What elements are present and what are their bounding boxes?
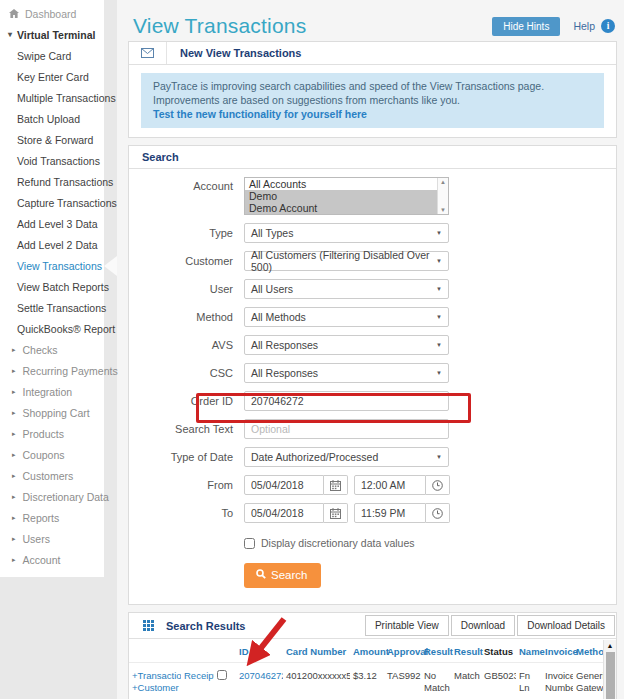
search-panel-title: Search bbox=[129, 151, 179, 163]
sidebar-item-add-level-3-data[interactable]: Add Level 3 Data bbox=[0, 213, 104, 234]
sidebar-item-settle-transactions[interactable]: Settle Transactions bbox=[0, 297, 104, 318]
sidebar-item-users[interactable]: ▸Users bbox=[0, 528, 104, 549]
clock-icon[interactable] bbox=[426, 503, 450, 523]
column-header-status[interactable]: Status bbox=[481, 646, 516, 657]
results-header: Search Results Printable ViewDownloadDow… bbox=[129, 613, 616, 639]
scroll-down-icon[interactable]: ▼ bbox=[440, 207, 446, 213]
column-header-name[interactable]: Name bbox=[516, 646, 542, 657]
account-option[interactable]: All Accounts bbox=[245, 178, 437, 190]
column-header-amount[interactable]: Amount bbox=[350, 646, 384, 657]
column-header-invoice[interactable]: Invoice bbox=[542, 646, 573, 657]
account-option[interactable]: Demo bbox=[245, 190, 437, 202]
sidebar-item-customers[interactable]: ▸Customers bbox=[0, 465, 104, 486]
sidebar-item-label: Capture Transactions bbox=[17, 197, 117, 209]
method-select-value: All Methods bbox=[251, 311, 306, 323]
sidebar-item-account[interactable]: ▸Account bbox=[0, 549, 104, 570]
download-details-button[interactable]: Download Details bbox=[517, 615, 615, 636]
sidebar-item-recurring-payments[interactable]: ▸Recurring Payments bbox=[0, 360, 104, 381]
sidebar-item-void-transactions[interactable]: Void Transactions bbox=[0, 150, 104, 171]
caret-right-icon: ▸ bbox=[12, 346, 16, 353]
sidebar-item-reports[interactable]: ▸Reports bbox=[0, 507, 104, 528]
table-row: +Transaction +Customer Receipt 207046272… bbox=[129, 663, 603, 694]
main-content: View Transactions Hide Hints Help i New … bbox=[117, 0, 624, 699]
results-scrollbar[interactable]: ▲ bbox=[603, 640, 616, 699]
clock-icon[interactable] bbox=[426, 475, 450, 495]
sidebar-item-add-level-2-data[interactable]: Add Level 2 Data bbox=[0, 234, 104, 255]
from-time-input[interactable] bbox=[354, 475, 426, 495]
sidebar-nav: Dashboard▾Virtual TerminalSwipe CardKey … bbox=[0, 0, 104, 577]
download-button[interactable]: Download bbox=[451, 615, 515, 636]
avs-row: AVS All Responses ▼ bbox=[129, 335, 616, 355]
column-header-result[interactable]: Result bbox=[451, 646, 481, 657]
sidebar-item-refund-transactions[interactable]: Refund Transactions bbox=[0, 171, 104, 192]
calendar-icon[interactable] bbox=[324, 503, 348, 523]
expand-customer-link[interactable]: +Customer bbox=[132, 682, 178, 694]
column-header-id[interactable]: ID bbox=[236, 646, 283, 657]
account-listbox[interactable]: All AccountsDemoDemo Account ▲ ▼ bbox=[244, 177, 449, 215]
expand-transaction-link[interactable]: +Transaction bbox=[132, 670, 178, 682]
help-link[interactable]: Help bbox=[573, 20, 595, 32]
type-of-date-select[interactable]: Date Authorized/Processed ▼ bbox=[244, 447, 449, 467]
sidebar-item-multiple-transactions[interactable]: Multiple Transactions bbox=[0, 87, 104, 108]
order-id-input[interactable] bbox=[244, 391, 449, 411]
type-select[interactable]: All Types ▼ bbox=[244, 223, 449, 243]
from-date-input[interactable] bbox=[244, 475, 324, 495]
sidebar-item-label: Store & Forward bbox=[17, 134, 93, 146]
avs-select[interactable]: All Responses ▼ bbox=[244, 335, 449, 355]
account-row: Account All AccountsDemoDemo Account ▲ ▼ bbox=[129, 177, 616, 215]
order-id-row: Order ID bbox=[129, 391, 616, 411]
calendar-icon[interactable] bbox=[324, 475, 348, 495]
sidebar-item-integration[interactable]: ▸Integration bbox=[0, 381, 104, 402]
caret-right-icon: ▸ bbox=[12, 430, 16, 437]
info-icon[interactable]: i bbox=[601, 19, 615, 33]
printable-view-button[interactable]: Printable View bbox=[365, 615, 449, 636]
customer-select[interactable]: All Customers (Filtering Disabled Over 5… bbox=[244, 251, 449, 271]
type-of-date-select-value: Date Authorized/Processed bbox=[251, 451, 378, 463]
sidebar-item-view-transactions[interactable]: View Transactions bbox=[0, 255, 104, 276]
to-date-input[interactable] bbox=[244, 503, 324, 523]
sidebar-item-shopping-cart[interactable]: ▸Shopping Cart bbox=[0, 402, 104, 423]
sidebar-item-key-enter-card[interactable]: Key Enter Card bbox=[0, 66, 104, 87]
sidebar-item-checks[interactable]: ▸Checks bbox=[0, 339, 104, 360]
sidebar-item-dashboard[interactable]: Dashboard bbox=[0, 3, 104, 24]
sidebar-item-coupons[interactable]: ▸Coupons bbox=[0, 444, 104, 465]
sidebar-item-swipe-card[interactable]: Swipe Card bbox=[0, 45, 104, 66]
results-toolbar: Printable ViewDownloadDownload Details bbox=[365, 615, 615, 636]
sidebar-item-discretionary-data[interactable]: ▸Discretionary Data bbox=[0, 486, 104, 507]
sidebar-item-view-batch-reports[interactable]: View Batch Reports bbox=[0, 276, 104, 297]
dropdown-caret-icon: ▼ bbox=[436, 342, 442, 348]
search-text-input[interactable] bbox=[244, 419, 449, 439]
receipt-link[interactable]: Receipt bbox=[184, 670, 214, 681]
page-header: View Transactions Hide Hints Help i bbox=[128, 0, 617, 41]
sidebar-item-quickbooks-report[interactable]: QuickBooks® Report bbox=[0, 318, 104, 339]
sidebar-item-capture-transactions[interactable]: Capture Transactions bbox=[0, 192, 104, 213]
scroll-up-icon[interactable]: ▲ bbox=[440, 179, 446, 185]
caret-right-icon: ▸ bbox=[12, 367, 16, 374]
hint-link[interactable]: Test the new functionality for yourself … bbox=[153, 107, 592, 121]
receipt-cell: Receipt bbox=[181, 663, 214, 694]
column-header-approval[interactable]: Approval bbox=[384, 646, 421, 657]
sidebar-item-batch-upload[interactable]: Batch Upload bbox=[0, 108, 104, 129]
scroll-up-icon[interactable]: ▲ bbox=[607, 642, 614, 649]
hint-panel-body: PayTrace is improving search capabilitie… bbox=[129, 65, 616, 137]
sidebar-item-store-forward[interactable]: Store & Forward bbox=[0, 129, 104, 150]
sidebar-item-products[interactable]: ▸Products bbox=[0, 423, 104, 444]
user-select[interactable]: All Users ▼ bbox=[244, 279, 449, 299]
method-select[interactable]: All Methods ▼ bbox=[244, 307, 449, 327]
row-checkbox[interactable] bbox=[217, 670, 227, 680]
transaction-id-link[interactable]: 207046272 bbox=[239, 670, 283, 681]
column-header-card-number[interactable]: Card Number bbox=[283, 646, 350, 657]
to-time-input[interactable] bbox=[354, 503, 426, 523]
scrollbar-thumb[interactable] bbox=[606, 652, 615, 699]
hide-hints-button[interactable]: Hide Hints bbox=[492, 17, 560, 36]
csc-select[interactable]: All Responses ▼ bbox=[244, 363, 449, 383]
search-button[interactable]: Search bbox=[244, 563, 321, 588]
csc-select-value: All Responses bbox=[251, 367, 318, 379]
account-listbox-scrollbar[interactable]: ▲ ▼ bbox=[437, 178, 448, 214]
account-option[interactable]: Demo Account bbox=[245, 202, 437, 214]
user-row: User All Users ▼ bbox=[129, 279, 616, 299]
column-header-result[interactable]: Result bbox=[421, 646, 451, 657]
sidebar-item-virtual-terminal[interactable]: ▾Virtual Terminal bbox=[0, 24, 104, 45]
results-panel: Search Results Printable ViewDownloadDow… bbox=[128, 612, 617, 699]
discretionary-checkbox[interactable] bbox=[244, 538, 255, 549]
